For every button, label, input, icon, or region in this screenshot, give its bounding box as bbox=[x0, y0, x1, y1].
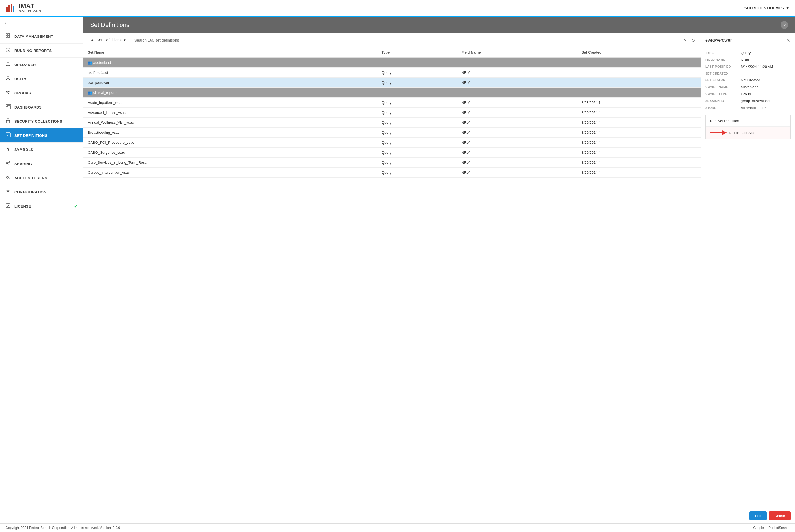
sidebar-item-symbols[interactable]: SYMBOLS bbox=[0, 142, 83, 157]
cell-field-name: NRef bbox=[457, 168, 577, 177]
svg-rect-7 bbox=[8, 36, 10, 37]
cell-created: 8/20/2024 4 bbox=[577, 138, 701, 148]
running-reports-icon bbox=[5, 48, 11, 54]
perfect-search-link[interactable]: PerfectSearch bbox=[768, 526, 790, 530]
edit-button[interactable]: Edit bbox=[749, 511, 767, 520]
svg-rect-16 bbox=[6, 120, 10, 123]
detail-lastmodified-row: LAST MODIFIED 8/14/2024 11:20 AM bbox=[705, 65, 791, 69]
sidebar-label-sharing: SHARING bbox=[15, 162, 32, 166]
detail-actions: Edit Delete bbox=[701, 508, 795, 524]
detail-ownername-row: OWNER NAME austenland bbox=[705, 85, 791, 89]
cell-type: Query bbox=[377, 158, 457, 168]
delete-button[interactable]: Delete bbox=[769, 511, 791, 520]
sidebar-item-groups[interactable]: GROUPS bbox=[0, 86, 83, 100]
detail-ownertype-row: OWNER TYPE Group bbox=[705, 92, 791, 96]
license-icon bbox=[5, 203, 11, 209]
context-menu-container: Run Set Definition bbox=[705, 115, 791, 139]
table-row[interactable]: Breastfeeding_vsac Query NRef 8/20/2024 … bbox=[83, 128, 701, 138]
svg-rect-13 bbox=[8, 104, 10, 106]
sidebar-item-running-reports[interactable]: RUNNING REPORTS bbox=[0, 43, 83, 58]
clear-search-button[interactable]: ✕ bbox=[682, 37, 688, 44]
cell-type: Query bbox=[377, 98, 457, 108]
svg-point-10 bbox=[7, 91, 8, 92]
detail-store-value: All default stores bbox=[741, 106, 791, 110]
cell-type: Query bbox=[377, 138, 457, 148]
col-type: Type bbox=[377, 48, 457, 57]
svg-rect-6 bbox=[6, 36, 7, 37]
table-row[interactable]: Care_Services_in_Long_Term_Res... Query … bbox=[83, 158, 701, 168]
sidebar-item-access-tokens[interactable]: ACCESS TOKENS bbox=[0, 171, 83, 185]
delete-built-set-menu-item[interactable]: Delete Built Set bbox=[706, 127, 790, 139]
svg-line-28 bbox=[9, 178, 10, 178]
search-input[interactable] bbox=[132, 36, 680, 44]
set-definitions-table: Set Name Type Field Name Set Created 👥 a… bbox=[83, 48, 701, 177]
run-set-definition-menu-item[interactable]: Run Set Definition bbox=[706, 115, 790, 127]
detail-fieldname-label: FIELD NAME bbox=[705, 58, 739, 62]
cell-set-name: Carotid_Intervention_vsac bbox=[83, 168, 377, 177]
cell-set-name: Care_Services_in_Long_Term_Res... bbox=[83, 158, 377, 168]
logo-text: IMAT SOLUTIONS bbox=[19, 3, 42, 13]
svg-rect-0 bbox=[6, 7, 8, 13]
detail-setcreated-row: SET CREATED bbox=[705, 72, 791, 75]
table-row[interactable]: Annual_Wellness_Visit_vsac Query NRef 8/… bbox=[83, 118, 701, 128]
detail-store-row: STORE All default stores bbox=[705, 106, 791, 110]
table-section: All Set Definitions ▼ ✕ ↻ Set Name Type bbox=[83, 33, 701, 524]
user-menu[interactable]: SHERLOCK HOLMES ▼ bbox=[744, 6, 790, 10]
sidebar-item-uploader[interactable]: UPLOADER bbox=[0, 58, 83, 72]
detail-ownertype-value: Group bbox=[741, 92, 791, 96]
cell-set-name: asdfasdfasdf bbox=[83, 68, 377, 78]
sidebar: ‹ DATA MANAGEMENT RUNNING REPORTS UPLOAD… bbox=[0, 17, 83, 524]
sidebar-label-uploader: UPLOADER bbox=[15, 63, 36, 67]
group-header-clinical-reports: 👥 clinical_reports bbox=[83, 88, 701, 98]
sidebar-label-running-reports: RUNNING REPORTS bbox=[15, 49, 52, 53]
table-row[interactable]: CABG_Surgeries_vsac Query NRef 8/20/2024… bbox=[83, 148, 701, 158]
sidebar-label-groups: GROUPS bbox=[15, 91, 31, 95]
svg-rect-30 bbox=[6, 204, 10, 208]
user-dropdown-icon: ▼ bbox=[785, 6, 790, 10]
logo-imat: IMAT bbox=[19, 3, 42, 10]
detail-close-button[interactable]: ✕ bbox=[787, 37, 791, 43]
svg-rect-4 bbox=[6, 34, 7, 35]
sidebar-label-symbols: SYMBOLS bbox=[15, 148, 33, 152]
svg-line-24 bbox=[7, 162, 9, 163]
detail-type-label: TYPE bbox=[705, 51, 739, 55]
svg-rect-1 bbox=[8, 5, 10, 13]
help-button[interactable]: ? bbox=[780, 21, 788, 29]
sidebar-item-set-definitions[interactable]: SET DEFINITIONS bbox=[0, 129, 83, 142]
cell-created: 8/20/2024 4 bbox=[577, 108, 701, 118]
sidebar-item-data-management[interactable]: DATA MANAGEMENT bbox=[0, 30, 83, 43]
cell-set-name: Acute_Inpatient_vsac bbox=[83, 98, 377, 108]
cell-set-name: Breastfeeding_vsac bbox=[83, 128, 377, 138]
cell-type: Query bbox=[377, 148, 457, 158]
top-header: IMAT SOLUTIONS SHERLOCK HOLMES ▼ bbox=[0, 0, 795, 17]
filter-dropdown[interactable]: All Set Definitions ▼ bbox=[88, 36, 129, 44]
table-row[interactable]: CABG_PCI_Procedure_vsac Query NRef 8/20/… bbox=[83, 138, 701, 148]
sidebar-item-dashboards[interactable]: DASHBOARDS bbox=[0, 100, 83, 114]
table-row[interactable]: asdfasdfasdf Query NRef bbox=[83, 68, 701, 78]
detail-sessionid-label: SESSION ID bbox=[705, 99, 739, 103]
detail-lastmodified-label: LAST MODIFIED bbox=[705, 65, 739, 69]
set-definitions-icon bbox=[5, 132, 11, 138]
sidebar-item-configuration[interactable]: CONFIGURATION bbox=[0, 185, 83, 199]
google-link[interactable]: Google bbox=[753, 526, 764, 530]
table-row[interactable]: Advanced_Illness_vsac Query NRef 8/20/20… bbox=[83, 108, 701, 118]
group-header-austenland: 👥 austenland bbox=[83, 57, 701, 68]
detail-type-value: Query bbox=[741, 51, 791, 55]
cell-field-name: NRef bbox=[457, 108, 577, 118]
sidebar-toggle[interactable]: ‹ bbox=[0, 17, 83, 30]
sidebar-label-set-definitions: SET DEFINITIONS bbox=[15, 133, 48, 138]
cell-field-name: NRef bbox=[457, 128, 577, 138]
table-row[interactable]: Carotid_Intervention_vsac Query NRef 8/2… bbox=[83, 168, 701, 177]
refresh-button[interactable]: ↻ bbox=[690, 37, 696, 44]
table-row[interactable]: Acute_Inpatient_vsac Query NRef 8/23/202… bbox=[83, 98, 701, 108]
svg-line-25 bbox=[7, 164, 9, 164]
detail-fieldname-row: FIELD NAME NRef bbox=[705, 58, 791, 62]
svg-rect-5 bbox=[8, 34, 10, 35]
sidebar-item-users[interactable]: USERS bbox=[0, 72, 83, 86]
cell-set-name: Advanced_Illness_vsac bbox=[83, 108, 377, 118]
cell-field-name: NRef bbox=[457, 138, 577, 148]
sidebar-item-security-collections[interactable]: SECURITY COLLECTIONS bbox=[0, 114, 83, 129]
table-row-selected[interactable]: ewrqwerqwer Query NRef bbox=[83, 78, 701, 88]
sidebar-item-license[interactable]: LICENSE ✓ bbox=[0, 199, 83, 213]
sidebar-item-sharing[interactable]: SHARING bbox=[0, 157, 83, 171]
